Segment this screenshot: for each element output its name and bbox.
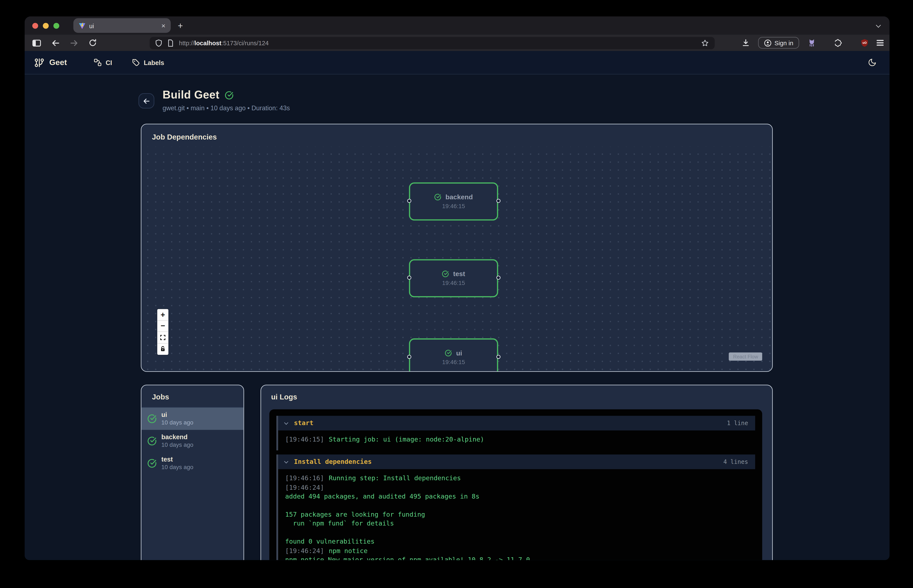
graph-node-test[interactable]: test 19:46:15 bbox=[409, 259, 498, 297]
node-handle-left bbox=[407, 355, 411, 359]
log-section-install-dependencies: Install dependencies 4 lines [19:46:16]R… bbox=[276, 455, 755, 560]
log-line: found 0 vulnerabilities bbox=[285, 537, 748, 546]
bookmark-star-icon[interactable] bbox=[701, 39, 709, 47]
node-handle-left bbox=[407, 199, 411, 203]
toolbar-right-cluster: Sign in uO bbox=[741, 34, 884, 51]
log-console: start 1 line [19:46:15]Starting job: ui … bbox=[269, 409, 762, 560]
job-item-backend[interactable]: backend10 days ago bbox=[141, 430, 244, 452]
node-label: backend bbox=[445, 194, 473, 200]
log-section-header[interactable]: start 1 line bbox=[278, 416, 755, 431]
log-line: npm notice New major version of npm avai… bbox=[285, 556, 748, 560]
log-line: [19:46:24]npm notice bbox=[285, 546, 748, 556]
url-text: http://localhost:5173/ci/runs/124 bbox=[179, 39, 269, 46]
graph-node-ui[interactable]: ui 19:46:15 bbox=[409, 338, 498, 372]
job-success-icon bbox=[147, 414, 157, 423]
forward-icon[interactable] bbox=[69, 38, 79, 48]
dependency-graph-canvas[interactable]: backend 19:46:15 test 19:46:15 bbox=[141, 147, 772, 371]
log-line bbox=[285, 528, 748, 537]
log-line: 157 packages are looking for funding bbox=[285, 510, 748, 519]
theme-toggle[interactable] bbox=[868, 58, 877, 67]
tab-list-chevron-icon[interactable] bbox=[876, 23, 881, 27]
job-name: ui bbox=[161, 411, 193, 419]
log-line-count: 4 lines bbox=[723, 459, 748, 465]
job-name: test bbox=[161, 456, 193, 464]
lock-button[interactable] bbox=[157, 344, 168, 355]
react-flow-attribution[interactable]: React Flow bbox=[729, 352, 762, 361]
node-handle-left bbox=[407, 276, 411, 280]
fit-view-button[interactable] bbox=[157, 332, 168, 343]
node-success-icon bbox=[445, 350, 452, 357]
account-icon bbox=[764, 39, 772, 47]
moon-icon bbox=[868, 58, 877, 67]
node-handle-right bbox=[496, 355, 500, 359]
minimize-window-button[interactable] bbox=[43, 23, 49, 28]
node-time: 19:46:15 bbox=[442, 280, 465, 286]
brand[interactable]: Geet bbox=[34, 57, 67, 68]
downloads-icon[interactable] bbox=[741, 38, 750, 48]
reload-icon[interactable] bbox=[88, 38, 97, 48]
node-success-icon bbox=[434, 194, 441, 200]
log-line-count: 1 line bbox=[727, 420, 748, 426]
logs-panel: ui Logs start 1 line [19:46:15]Starting … bbox=[261, 385, 773, 560]
node-time: 19:46:15 bbox=[442, 203, 465, 209]
app-navbar: Geet CI Labels bbox=[24, 51, 889, 74]
screenshot-stage: ui × + http://localhost:5173/c bbox=[0, 0, 913, 588]
shield-icon bbox=[155, 39, 162, 47]
new-tab-button[interactable]: + bbox=[178, 21, 183, 31]
extensions-puzzle-icon[interactable] bbox=[833, 38, 843, 48]
arrow-left-icon bbox=[142, 97, 150, 105]
close-tab-icon[interactable]: × bbox=[161, 22, 165, 29]
log-section-title: start bbox=[294, 419, 313, 427]
browser-toolbar: http://localhost:5173/ci/runs/124 Sign i… bbox=[24, 34, 889, 51]
close-window-button[interactable] bbox=[32, 23, 38, 28]
back-icon[interactable] bbox=[50, 38, 60, 48]
cat-extension-icon[interactable] bbox=[807, 38, 816, 48]
log-line: run `npm fund` for details bbox=[285, 519, 748, 528]
jobs-panel-title: Jobs bbox=[152, 393, 169, 401]
menu-icon[interactable] bbox=[877, 40, 884, 46]
nav-item-labels-label: Labels bbox=[144, 59, 164, 66]
job-name: backend bbox=[161, 433, 193, 441]
chevron-down-icon bbox=[284, 460, 288, 464]
browser-tab[interactable]: ui × bbox=[73, 18, 171, 33]
chevron-down-icon bbox=[284, 421, 288, 425]
ublock-icon[interactable]: uO bbox=[860, 38, 869, 48]
job-success-icon bbox=[147, 459, 157, 468]
sign-in-label: Sign in bbox=[774, 39, 793, 46]
nav-item-labels[interactable]: Labels bbox=[132, 59, 164, 66]
job-success-icon bbox=[147, 436, 157, 446]
svg-text:uO: uO bbox=[862, 41, 866, 44]
nav-item-ci[interactable]: CI bbox=[94, 59, 112, 66]
log-section-title: Install dependencies bbox=[294, 458, 372, 466]
sign-in-button[interactable]: Sign in bbox=[758, 37, 799, 49]
page-info-icon bbox=[167, 39, 174, 47]
run-header: Build Geet gwet.git • main • 10 days ago… bbox=[163, 89, 290, 111]
job-item-ui[interactable]: ui10 days ago bbox=[141, 408, 244, 430]
node-time: 19:46:15 bbox=[442, 359, 465, 365]
url-bar[interactable]: http://localhost:5173/ci/runs/124 bbox=[150, 37, 715, 49]
node-success-icon bbox=[442, 270, 449, 277]
log-section-header[interactable]: Install dependencies 4 lines bbox=[278, 455, 755, 470]
graph-controls: + − bbox=[157, 309, 168, 355]
node-handle-right bbox=[496, 276, 500, 280]
browser-tab-bar: ui × + bbox=[24, 16, 889, 34]
node-label: ui bbox=[456, 350, 462, 357]
back-button[interactable] bbox=[139, 93, 154, 108]
tag-icon bbox=[132, 59, 139, 66]
zoom-out-button[interactable]: − bbox=[157, 320, 168, 332]
job-item-test[interactable]: test10 days ago bbox=[141, 452, 244, 474]
sidebar-toggle-icon[interactable] bbox=[32, 38, 41, 48]
graph-node-backend[interactable]: backend 19:46:15 bbox=[409, 183, 498, 221]
log-line bbox=[285, 501, 748, 510]
geet-logo-icon bbox=[34, 57, 45, 68]
log-line: [19:46:16]Running step: Install dependen… bbox=[285, 474, 748, 483]
jobs-list: ui10 days ago backend10 days ago test10 … bbox=[141, 408, 244, 475]
node-handle-right bbox=[496, 199, 500, 203]
run-title: Build Geet bbox=[163, 89, 219, 102]
node-label: test bbox=[453, 270, 465, 277]
nav-item-ci-label: CI bbox=[106, 59, 112, 66]
job-time: 10 days ago bbox=[161, 464, 193, 471]
maximize-window-button[interactable] bbox=[53, 23, 59, 28]
vite-favicon bbox=[79, 22, 86, 29]
zoom-in-button[interactable]: + bbox=[157, 309, 168, 320]
